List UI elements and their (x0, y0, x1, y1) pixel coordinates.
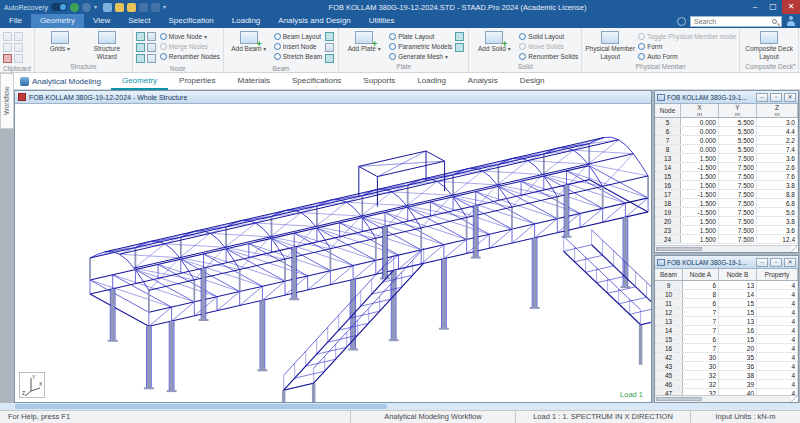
beam-table-titlebar[interactable]: FOB KOLLAM 380G-19-1... – ▫ ✕ (655, 256, 798, 269)
menu-tab-utilities[interactable]: Utilities (360, 14, 404, 28)
node-copy-icon[interactable] (136, 54, 145, 63)
share-icon[interactable] (139, 3, 148, 12)
move-node-button[interactable]: Move Node▾ (160, 32, 220, 41)
node-table-row[interactable]: 7 0.000 5.500 2.2 (655, 136, 798, 145)
main-hscrollbar-thumb[interactable] (15, 404, 387, 409)
break-beams-icon[interactable] (325, 54, 334, 63)
menu-tab-loading[interactable]: Loading (223, 14, 269, 28)
beam-table-close-button[interactable]: ✕ (784, 258, 796, 267)
node-table-minimize-button[interactable]: – (756, 93, 768, 102)
help-globe-icon[interactable] (677, 17, 686, 26)
menu-tab-analysis-and-design[interactable]: Analysis and Design (269, 14, 359, 28)
node-table-row[interactable]: 14 -1.500 7.500 2.6 (655, 163, 798, 172)
beam-table-maximize-button[interactable]: ▫ (770, 258, 782, 267)
new-file-icon[interactable] (127, 3, 136, 12)
node-table-row[interactable]: 15 1.500 7.500 7.6 (655, 172, 798, 181)
toggle-physical-member-mode-button[interactable]: Toggle Physical Member mode (638, 32, 736, 41)
beam-table-row[interactable]: 9 6 13 4 (655, 281, 798, 290)
model-window-titlebar[interactable]: FOB KOLLAM 380G-19-12-2024 - Whole Struc… (15, 91, 651, 104)
node-table-titlebar[interactable]: FOB KOLLAM 380G-19-1... – ▫ ✕ (655, 91, 798, 104)
save-icon[interactable] (103, 3, 112, 12)
beam-table-row[interactable]: 12 7 15 4 (655, 308, 798, 317)
connect-beams-icon[interactable] (325, 32, 334, 41)
beam-table-minimize-button[interactable]: – (756, 258, 768, 267)
renumber-solids-button[interactable]: Renumber Solids (519, 52, 578, 61)
beam-table-row[interactable]: 42 30 35 4 (655, 353, 798, 362)
insert-node-button[interactable]: Insert Node (274, 42, 322, 51)
workflow-tab-supports[interactable]: Supports (352, 73, 406, 90)
node-table-row[interactable]: 13 1.500 7.500 3.6 (655, 154, 798, 163)
node-chart-icon[interactable] (147, 54, 156, 63)
menu-tab-select[interactable]: Select (119, 14, 159, 28)
workflow-vertical-tab[interactable]: Workflow (0, 73, 14, 129)
delete-icon[interactable] (3, 54, 12, 63)
beam-table-row[interactable]: 16 7 20 4 (655, 344, 798, 353)
node-table-row[interactable]: 5 0.000 5.500 3.0 (655, 118, 798, 127)
node-table-close-button[interactable]: ✕ (784, 93, 796, 102)
minimize-button[interactable]: – (746, 0, 764, 14)
beam-table-row[interactable]: 46 32 39 4 (655, 380, 798, 389)
link-icon[interactable] (151, 3, 160, 12)
main-hscrollbar[interactable] (0, 403, 800, 410)
paste-icon[interactable] (3, 32, 12, 41)
workflow-tab-specifications[interactable]: Specifications (281, 73, 352, 90)
parametric-models-button[interactable]: Parametric Models (389, 42, 452, 51)
node-grid-icon[interactable] (136, 32, 145, 41)
node-move-icon[interactable] (147, 32, 156, 41)
menu-tab-view[interactable]: View (84, 14, 119, 28)
auto-form-button[interactable]: Auto Form (638, 52, 736, 61)
structure-wizard-button[interactable]: Structure Wizard (85, 30, 129, 60)
plate-tools-icon[interactable] (455, 32, 464, 41)
physical-member-layout-button[interactable]: Physical Member Layout (585, 30, 635, 60)
autorecovery-toggle[interactable] (51, 3, 67, 11)
plate-check-icon[interactable] (455, 43, 464, 52)
workflow-tab-loading[interactable]: Loading (406, 73, 456, 90)
node-table-row[interactable]: 8 0.000 5.500 7.4 (655, 145, 798, 154)
workflow-tab-design[interactable]: Design (509, 73, 556, 90)
model-viewport[interactable]: Y X Z Load 1 (15, 104, 651, 402)
renumber-nodes-button[interactable]: Renumber Nodes (160, 52, 220, 61)
node-table-maximize-button[interactable]: ▫ (770, 93, 782, 102)
search-box[interactable] (690, 16, 782, 27)
add-beam-button[interactable]: Add Beam ▾ (227, 30, 271, 54)
forward-icon[interactable] (82, 3, 91, 12)
beam-table-row[interactable]: 14 7 16 4 (655, 326, 798, 335)
close-button[interactable]: ✕ (782, 0, 800, 14)
node-mirror-icon[interactable] (147, 43, 156, 52)
open-folder-icon[interactable] (115, 3, 124, 12)
node-table-row[interactable]: 6 0.000 5.500 4.4 (655, 127, 798, 136)
beam-table-hscrollbar[interactable] (655, 395, 798, 402)
workflow-tab-analysis[interactable]: Analysis (457, 73, 509, 90)
beam-table-row[interactable]: 15 6 15 4 (655, 335, 798, 344)
add-plate-button[interactable]: Add Plate ▾ (342, 30, 386, 54)
solid-layout-button[interactable]: Solid Layout (519, 32, 578, 41)
format-painter-icon[interactable] (14, 54, 23, 63)
intersect-beams-icon[interactable] (325, 43, 334, 52)
menu-tab-geometry[interactable]: Geometry (31, 14, 84, 28)
beam-table-row[interactable]: 11 6 15 4 (655, 299, 798, 308)
beam-table-row[interactable]: 13 7 13 4 (655, 317, 798, 326)
grids-button[interactable]: Grids ▾ (38, 30, 82, 54)
maximize-button[interactable]: ▢ (764, 0, 782, 14)
back-icon[interactable] (70, 3, 79, 12)
beam-layout-button[interactable]: Beam Layout (274, 32, 322, 41)
generate-mesh-button[interactable]: Generate Mesh▾ (389, 52, 452, 61)
move-solids-button[interactable]: Move Solids (519, 42, 578, 51)
workflow-tab-materials[interactable]: Materials (227, 73, 281, 90)
node-table-row[interactable]: 24 1.500 7.500 12.4 (655, 235, 798, 244)
form-button[interactable]: Form (638, 42, 736, 51)
merge-nodes-button[interactable]: Merge Nodes (160, 42, 220, 51)
copy-icon[interactable] (3, 43, 12, 52)
menu-tab-specification[interactable]: Specification (159, 14, 222, 28)
add-solid-button[interactable]: Add Solid ▾ (472, 30, 516, 54)
cut-icon[interactable] (14, 32, 23, 41)
node-rotate-icon[interactable] (136, 43, 145, 52)
node-table-row[interactable]: 16 1.500 7.500 3.8 (655, 181, 798, 190)
node-table-row[interactable]: 19 -1.500 7.500 5.6 (655, 208, 798, 217)
node-table-row[interactable]: 17 -1.500 7.500 8.8 (655, 190, 798, 199)
menu-tab-file[interactable]: File (0, 14, 31, 28)
user-account-icon[interactable] (786, 16, 796, 27)
workflow-mode[interactable]: Analytical Modeling (14, 77, 111, 86)
node-table-row[interactable]: 18 1.500 7.500 6.8 (655, 199, 798, 208)
node-table-hscrollbar[interactable] (655, 245, 798, 252)
